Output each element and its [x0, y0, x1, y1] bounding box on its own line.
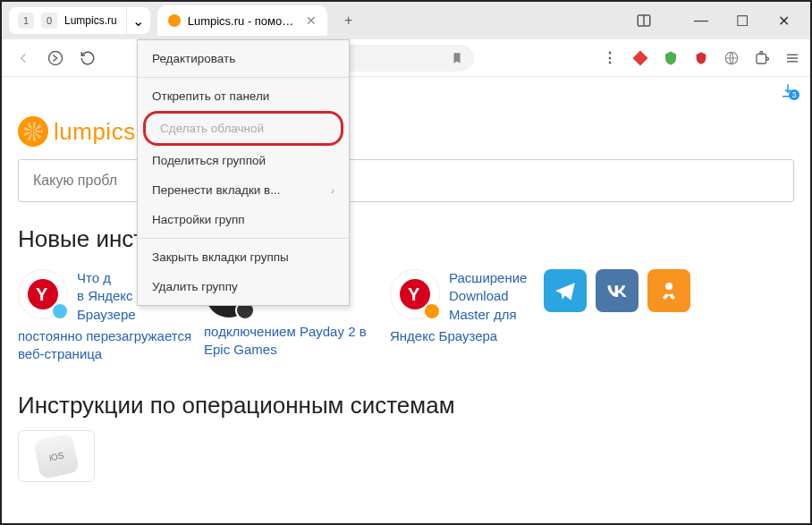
window-close[interactable]: ✕ [764, 7, 803, 34]
window-controls: — ☐ ✕ [624, 7, 803, 34]
ctx-edit[interactable]: Редактировать [138, 44, 349, 73]
section-heading-os: Инструкции по операционным системам [18, 392, 794, 419]
logo-text: lumpics [54, 118, 136, 146]
window-maximize[interactable]: ☐ [723, 7, 762, 34]
tab-close-icon[interactable]: ✕ [306, 13, 317, 28]
article-card: Расширение Download Master для Яндекс Бр… [390, 269, 533, 345]
svg-point-5 [766, 57, 769, 60]
svg-rect-3 [757, 54, 766, 64]
group-chevron-button[interactable]: ⌄ [127, 7, 150, 34]
window-minimize[interactable]: — [681, 7, 721, 34]
chevron-down-icon: ⌄ [132, 13, 144, 30]
ctx-share[interactable]: Поделиться группой [138, 146, 349, 175]
svg-point-4 [760, 51, 763, 54]
ctx-move-tabs[interactable]: Перенести вкладки в... › [138, 175, 349, 205]
group-label: Lumpics.ru [64, 14, 117, 27]
site-search-input[interactable]: Какую пробл [18, 159, 794, 202]
logo-icon [18, 116, 48, 147]
tab-title: Lumpics.ru - помощь с [188, 14, 299, 28]
chevron-right-icon: › [331, 185, 334, 196]
nav-back-button[interactable] [11, 46, 36, 71]
protect-icon[interactable] [662, 49, 680, 67]
ctx-unpin[interactable]: Открепить от панели [138, 81, 349, 111]
globe-icon[interactable] [723, 49, 740, 67]
tab-active[interactable]: Lumpics.ru - помощь с ✕ [157, 5, 327, 36]
os-card-ios[interactable]: iOS [18, 430, 95, 482]
search-placeholder: Какую пробл [33, 173, 117, 189]
svg-point-6 [665, 283, 672, 290]
extension-icons: ⋮ [601, 49, 801, 67]
card-icon [390, 269, 440, 319]
article-cards: Что д в Яндекс Браузере постоянно переза… [18, 269, 794, 363]
tab-strip: 1 0 Lumpics.ru ⌄ Lumpics.ru - помощь с ✕… [2, 2, 810, 39]
ctx-group-settings[interactable]: Настройки групп [138, 205, 349, 234]
ctx-move-label: Перенести вкладки в... [152, 183, 281, 197]
ctx-make-cloud[interactable]: Сделать облачной [146, 114, 341, 143]
ctx-delete-group[interactable]: Удалить группу [138, 272, 349, 301]
reader-mode-icon[interactable] [624, 7, 664, 34]
page-content: lumpics Какую пробл Новые инстр Что д в … [2, 104, 810, 482]
section-heading-new: Новые инстр [18, 225, 794, 253]
tab-favicon [168, 14, 181, 27]
group-count-badge: 1 [18, 13, 34, 29]
tab-group-chip[interactable]: 1 0 Lumpics.ru [9, 7, 126, 34]
site-logo[interactable]: lumpics [18, 116, 794, 147]
nav-home-button[interactable] [43, 46, 68, 71]
social-buttons [544, 269, 690, 312]
downloads-icon[interactable] [780, 82, 796, 98]
article-link[interactable]: Расширение Download Master для [449, 269, 527, 324]
telegram-button[interactable] [544, 269, 587, 312]
downloads-row [2, 77, 810, 104]
address-bar: ОМОЩЬ С КОМ... ⋮ [2, 39, 810, 77]
ok-button[interactable] [647, 269, 690, 312]
main-menu-icon[interactable] [783, 49, 801, 67]
extensions-icon[interactable] [753, 49, 771, 67]
vk-button[interactable] [596, 269, 639, 312]
annotation-highlight: Сделать облачной [143, 111, 343, 146]
nav-reload-button[interactable] [75, 46, 100, 71]
article-link-cont[interactable]: Яндекс Браузера [390, 328, 497, 343]
tab-group[interactable]: 1 0 Lumpics.ru ⌄ [9, 2, 150, 39]
ios-icon: iOS [33, 433, 80, 479]
ctx-close-tabs[interactable]: Закрыть вкладки группы [138, 242, 349, 272]
bookmark-icon[interactable] [451, 52, 463, 64]
svg-point-1 [49, 51, 63, 64]
card-icon [18, 269, 68, 319]
kebab-menu-icon[interactable]: ⋮ [601, 49, 619, 67]
article-link[interactable]: Что д в Яндекс Браузере [77, 269, 136, 324]
new-tab-button[interactable]: + [336, 8, 361, 33]
plus-icon: + [344, 13, 352, 29]
ctx-separator [138, 77, 349, 78]
group-pinned-badge: 0 [41, 13, 57, 29]
ctx-separator [138, 238, 349, 239]
security-icon[interactable] [692, 49, 710, 67]
article-link-cont[interactable]: подключением Payday 2 в Epic Games [204, 324, 367, 357]
article-link-cont[interactable]: постоянно перезагружается веб-страница [18, 328, 191, 361]
tab-group-context-menu: Редактировать Открепить от панели Сделат… [137, 39, 350, 306]
adblock-icon[interactable] [631, 49, 649, 67]
